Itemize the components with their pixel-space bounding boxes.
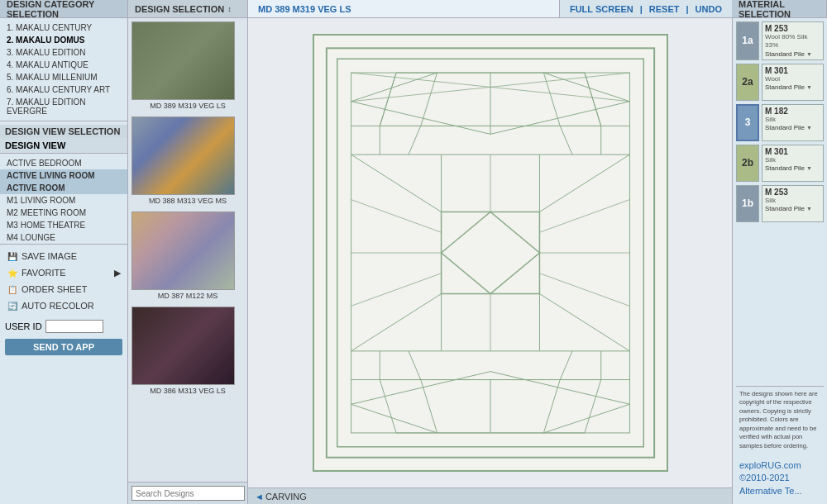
material-desc-2: Silk [765, 116, 820, 124]
view-item-0[interactable]: ACTIVE BEDROOM [0, 157, 127, 169]
arrow-icon: ▶ [114, 268, 121, 278]
material-row-0[interactable]: 1a M 253 Wool 80% Silk 33% Standard Pile… [736, 21, 824, 60]
view-item-2[interactable]: ACTIVE ROOM [0, 182, 127, 194]
dropdown-arrow-3: ▼ [806, 165, 812, 171]
material-badge-2[interactable]: 3 [736, 104, 759, 141]
material-code-0: M 253 [765, 24, 820, 33]
header-design-category: DESIGN CATEGORY SELECTION [0, 0, 128, 17]
undo-button[interactable]: UNDO [696, 4, 722, 14]
material-code-2: M 182 [765, 107, 820, 116]
material-desc-0: Wool 80% Silk 33% [765, 33, 820, 50]
design-title: MD 389 M319 VEG LS [258, 4, 351, 14]
design-selection-icon: ↕ [227, 5, 232, 13]
design-thumb-2 [131, 212, 235, 290]
view-item-5[interactable]: M3 HOME THEATRE [0, 219, 127, 231]
design-item-3[interactable]: MD 386 M313 VEG LS [131, 307, 244, 397]
material-info-2[interactable]: M 182 Silk Standard Pile ▼ [762, 104, 824, 141]
view-item-6[interactable]: M4 LOUNGE [0, 231, 127, 244]
control-btn-2[interactable]: 📋 ORDER SHEET [0, 281, 127, 297]
full-screen-button[interactable]: FULL SCREEN [570, 4, 633, 14]
canvas-container [248, 18, 732, 487]
material-badge-4[interactable]: 1b [736, 185, 759, 222]
control-btn-1[interactable]: ⭐ FAVORITE ▶ [0, 264, 127, 281]
material-panel: 1a M 253 Wool 80% Silk 33% Standard Pile… [732, 18, 827, 504]
design-thumb-1 [131, 116, 235, 195]
material-desc-3: Silk [765, 156, 820, 164]
reset-button[interactable]: RESET [649, 4, 680, 14]
design-label-2: MD 387 M122 MS [131, 290, 244, 302]
design-view-section: DESIGN VIEW SELECTION DESIGN VIEW [0, 121, 127, 157]
material-type-4: Standard Pile ▼ [765, 205, 820, 212]
material-info-0[interactable]: M 253 Wool 80% Silk 33% Standard Pile ▼ [762, 21, 824, 60]
design-selection-header-label: DESIGN SELECTION [135, 4, 224, 14]
material-row-1[interactable]: 2a M 301 Wool Standard Pile ▼ [736, 64, 824, 101]
material-badge-3[interactable]: 2b [736, 145, 759, 182]
design-list: MD 389 M319 VEG LS MD 388 M313 VEG MS MD… [128, 18, 247, 482]
rug-design [313, 34, 668, 472]
material-info-3[interactable]: M 301 Silk Standard Pile ▼ [762, 145, 824, 182]
control-icon-2: 📋 [7, 283, 18, 295]
user-id-input[interactable] [45, 320, 103, 333]
search-row: 🔍 [128, 482, 247, 504]
material-desc-1: Wool [765, 75, 820, 83]
design-item-0[interactable]: MD 389 M319 VEG LS [131, 21, 244, 112]
category-item-3[interactable]: 3. MAKALU EDITION [0, 46, 127, 59]
material-badge-1[interactable]: 2a [736, 64, 759, 101]
material-code-3: M 301 [765, 147, 820, 156]
dropdown-arrow-1: ▼ [806, 84, 812, 90]
material-row-3[interactable]: 2b M 301 Silk Standard Pile ▼ [736, 145, 824, 182]
category-item-7[interactable]: 7. MAKALU EDITION EVERGRE [0, 96, 127, 117]
material-selection-header-label: MATERIAL SELECTION [739, 0, 820, 19]
header-title: MD 389 M319 VEG LS [248, 0, 560, 17]
carving-arrow: ◄ [255, 492, 264, 502]
material-type-3: Standard Pile ▼ [765, 164, 820, 172]
category-item-6[interactable]: 6. MAKALU CENTURY ART [0, 83, 127, 96]
copyright-link[interactable]: exploRUG.com ©2010-2021 Alternative Te..… [739, 460, 802, 496]
material-badge-0[interactable]: 1a [736, 21, 759, 60]
material-row-4[interactable]: 1b M 253 Silk Standard Pile ▼ [736, 185, 824, 222]
category-item-4[interactable]: 4. MAKALU ANTIQUE [0, 59, 127, 71]
control-label-1: FAVORITE [22, 268, 66, 278]
design-label-1: MD 388 M313 VEG MS [131, 195, 244, 207]
user-id-row: USER ID [0, 317, 127, 335]
send-to-app-button[interactable]: SEND TO APP [5, 339, 122, 355]
control-icon-3: 🔄 [7, 300, 18, 311]
material-row-2[interactable]: 3 M 182 Silk Standard Pile ▼ [736, 104, 824, 141]
design-thumb-0 [131, 21, 235, 100]
separator2: | [686, 4, 689, 14]
material-code-4: M 253 [765, 188, 820, 197]
control-btn-0[interactable]: 💾 SAVE IMAGE [0, 248, 127, 264]
carving-label: CARVING [265, 492, 307, 502]
category-item-2[interactable]: 2. MAKALU DOMUS [0, 34, 127, 46]
category-item-1[interactable]: 1. MAKALU CENTURY [0, 21, 127, 34]
design-item-1[interactable]: MD 388 M313 VEG MS [131, 116, 244, 207]
search-input[interactable] [131, 486, 245, 501]
dropdown-arrow-4: ▼ [806, 206, 812, 212]
control-label-3: AUTO RECOLOR [22, 301, 94, 311]
category-item-5[interactable]: 5. MAKALU MILLENIUM [0, 71, 127, 83]
view-list: ACTIVE BEDROOMACTIVE LIVING ROOMACTIVE R… [0, 157, 127, 244]
copyright: The designs shown here are copyright of … [736, 386, 824, 501]
design-view-section-title: DESIGN VIEW SELECTION [0, 125, 127, 138]
control-icon-1: ⭐ [7, 267, 18, 278]
bottom-controls: 💾 SAVE IMAGE ⭐ FAVORITE ▶📋 ORDER SHEET 🔄… [0, 244, 127, 317]
view-item-4[interactable]: M2 MEETING ROOM [0, 207, 127, 219]
category-list: 1. MAKALU CENTURY2. MAKALU DOMUS3. MAKAL… [0, 18, 127, 121]
design-label-3: MD 386 M313 VEG LS [131, 385, 244, 397]
material-info-4[interactable]: M 253 Silk Standard Pile ▼ [762, 185, 824, 222]
view-item-3[interactable]: M1 LIVING ROOM [0, 194, 127, 207]
separator1: | [640, 4, 643, 14]
canvas-footer: ◄ CARVING [248, 487, 732, 504]
control-label-2: ORDER SHEET [22, 284, 87, 294]
design-label-0: MD 389 M319 VEG LS [131, 100, 244, 112]
material-code-1: M 301 [765, 66, 820, 75]
control-btn-3[interactable]: 🔄 AUTO RECOLOR [0, 297, 127, 314]
dropdown-arrow-2: ▼ [806, 125, 812, 131]
header-controls: FULL SCREEN | RESET | UNDO [560, 0, 732, 17]
material-info-1[interactable]: M 301 Wool Standard Pile ▼ [762, 64, 824, 101]
view-item-1[interactable]: ACTIVE LIVING ROOM [0, 169, 127, 182]
control-label-0: SAVE IMAGE [22, 251, 77, 261]
design-item-2[interactable]: MD 387 M122 MS [131, 212, 244, 302]
material-type-2: Standard Pile ▼ [765, 124, 820, 131]
control-icon-0: 💾 [7, 250, 18, 262]
